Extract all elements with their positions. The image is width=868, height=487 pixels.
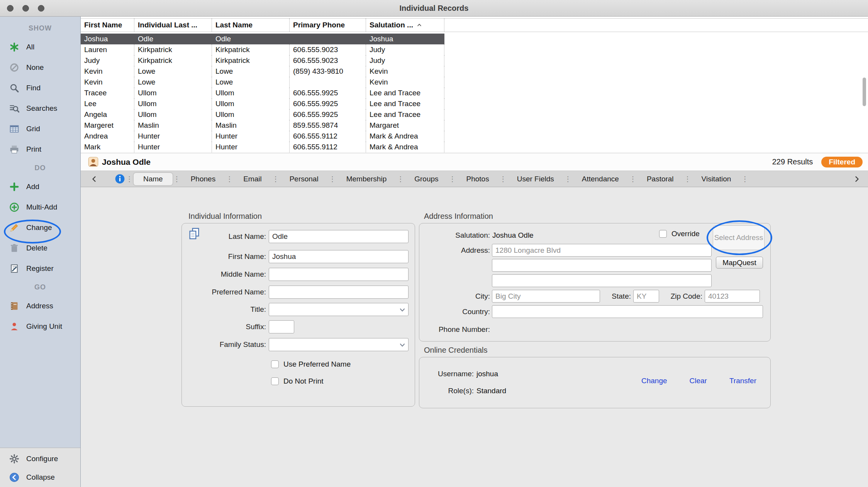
tab-photos[interactable]: Photos	[457, 173, 499, 185]
table-cell-filler	[444, 109, 868, 120]
table-row[interactable]: MarkHunterHunter606.555.9112Mark & Andre…	[81, 142, 868, 152]
suffix-input[interactable]	[269, 320, 294, 333]
table-cell: Kirkpatrick	[212, 44, 290, 55]
sidebar-item-giving-unit[interactable]: Giving Unit	[0, 316, 80, 337]
table-cell: Hunter	[134, 131, 212, 142]
table-row[interactable]: KevinLoweLoweKevin	[81, 77, 868, 88]
table-cell-filler	[444, 88, 868, 98]
clear-link[interactable]: Clear	[690, 377, 707, 385]
table-cell: Margeret	[81, 120, 134, 131]
sidebar-section-go: GO	[0, 279, 80, 296]
sidebar-item-grid[interactable]: Grid	[0, 118, 80, 139]
family-status-dropdown[interactable]	[269, 338, 409, 351]
column-header-filler	[444, 19, 868, 32]
grid-icon	[9, 124, 22, 134]
sidebar-item-add[interactable]: Add	[0, 176, 80, 197]
transfer-link[interactable]: Transfer	[729, 377, 756, 385]
middle-name-input[interactable]	[269, 268, 409, 281]
change-link[interactable]: Change	[641, 377, 667, 385]
sidebar-item-address[interactable]: Address	[0, 296, 80, 316]
table-cell-filler	[444, 34, 868, 44]
tab-attendance[interactable]: Attendance	[572, 173, 629, 185]
table-row[interactable]: AngelaUllomUllom606.555.9925Lee and Trac…	[81, 109, 868, 120]
first-name-input[interactable]	[269, 250, 409, 263]
preferred-name-input[interactable]	[269, 286, 409, 299]
tab-separator-icon: ⋮	[328, 175, 337, 183]
country-input[interactable]	[492, 305, 763, 318]
table-cell	[290, 34, 366, 44]
info-icon[interactable]	[115, 174, 125, 184]
address-line3-input[interactable]	[492, 274, 712, 287]
sidebar-item-all[interactable]: All	[0, 37, 80, 57]
column-header-primary-phone[interactable]: Primary Phone	[290, 19, 366, 32]
table-cell: Margaret	[366, 120, 444, 131]
tab-pastoral[interactable]: Pastoral	[637, 173, 683, 185]
tab-separator-icon: ⋮	[629, 175, 637, 183]
tabs-scroll-left-button[interactable]	[88, 173, 101, 185]
title-label: Title:	[182, 305, 266, 314]
table-row[interactable]: LaurenKirkpatrickKirkpatrick606.555.9023…	[81, 44, 868, 55]
sidebar-item-searches[interactable]: Searches	[0, 98, 80, 118]
sidebar-item-find[interactable]: Find	[0, 78, 80, 98]
last-name-input[interactable]	[269, 230, 409, 243]
sidebar-item-register[interactable]: Register	[0, 258, 80, 279]
tab-membership[interactable]: Membership	[337, 173, 397, 185]
address-line1-input[interactable]	[492, 244, 712, 257]
column-header-first-name[interactable]: First Name	[81, 19, 134, 32]
sidebar-item-label: Configure	[26, 455, 58, 463]
table-cell: Kirkpatrick	[212, 55, 290, 66]
tab-groups[interactable]: Groups	[405, 173, 448, 185]
table-row[interactable]: TraceeUllomUllom606.555.9925Lee and Trac…	[81, 88, 868, 98]
tab-visitation[interactable]: Visitation	[692, 173, 741, 185]
table-cell: Hunter	[134, 142, 212, 152]
tab-phones[interactable]: Phones	[181, 173, 225, 185]
sidebar-item-change[interactable]: Change	[0, 217, 80, 238]
table-row[interactable]: JoshuaOdleOdleJoshua	[81, 34, 868, 44]
tab-personal[interactable]: Personal	[280, 173, 328, 185]
table-row[interactable]: AndreaHunterHunter606.555.9112Mark & And…	[81, 131, 868, 142]
title-dropdown[interactable]	[269, 303, 409, 316]
results-count: 229 Results	[772, 157, 813, 166]
pencil-icon	[9, 223, 22, 233]
table-cell: Tracee	[81, 88, 134, 98]
filtered-badge[interactable]: Filtered	[821, 157, 863, 167]
zip-code-input[interactable]	[705, 290, 760, 303]
table-cell-filler	[444, 98, 868, 109]
table-row[interactable]: LeeUllomUllom606.555.9925Lee and Tracee	[81, 98, 868, 109]
use-preferred-name-checkbox[interactable]	[271, 360, 279, 368]
state-input[interactable]	[633, 290, 659, 303]
table-row[interactable]: JudyKirkpatrickKirkpatrick606.555.9023Ju…	[81, 55, 868, 66]
table-cell: Maslin	[134, 120, 212, 131]
tab-email[interactable]: Email	[234, 173, 271, 185]
table-row[interactable]: MargeretMaslinMaslin859.555.9874Margaret	[81, 120, 868, 131]
sidebar-item-configure[interactable]: Configure	[0, 450, 80, 468]
family-status-label: Family Status:	[182, 340, 266, 349]
circle-slash-icon	[9, 63, 22, 73]
sidebar-item-label: Print	[26, 145, 41, 154]
column-header-individual-last[interactable]: Individual Last ...	[134, 19, 212, 32]
tab-user-fields[interactable]: User Fields	[507, 173, 564, 185]
sidebar-item-delete[interactable]: Delete	[0, 238, 80, 258]
mapquest-button[interactable]: MapQuest	[716, 257, 763, 269]
column-header-last-name[interactable]: Last Name	[212, 19, 290, 32]
table-row[interactable]: KevinLoweLowe(859) 433-9810Kevin	[81, 66, 868, 77]
vertical-scrollbar[interactable]	[863, 78, 866, 106]
tab-separator-icon: ⋮	[173, 175, 181, 183]
sidebar-item-none[interactable]: None	[0, 57, 80, 78]
sidebar-item-label: Register	[26, 264, 54, 273]
column-header-salutation[interactable]: Salutation ...	[366, 19, 444, 32]
tab-name[interactable]: Name	[134, 173, 173, 185]
address-line2-input[interactable]	[492, 259, 712, 272]
sidebar-item-collapse[interactable]: Collapse	[0, 468, 80, 487]
sidebar-item-multi-add[interactable]: Multi-Add	[0, 197, 80, 217]
select-address-button[interactable]: Select Address	[713, 225, 765, 250]
do-not-print-checkbox[interactable]	[271, 377, 279, 385]
override-checkbox[interactable]	[659, 230, 667, 238]
sidebar-item-print[interactable]: Print	[0, 139, 80, 159]
gear-icon	[9, 454, 22, 464]
table-cell: Mark & Andrea	[366, 131, 444, 142]
tabs-scroll-right-button[interactable]	[850, 173, 863, 185]
city-input[interactable]	[492, 290, 600, 303]
table-cell: Lowe	[134, 77, 212, 88]
table-cell: Lowe	[212, 77, 290, 88]
